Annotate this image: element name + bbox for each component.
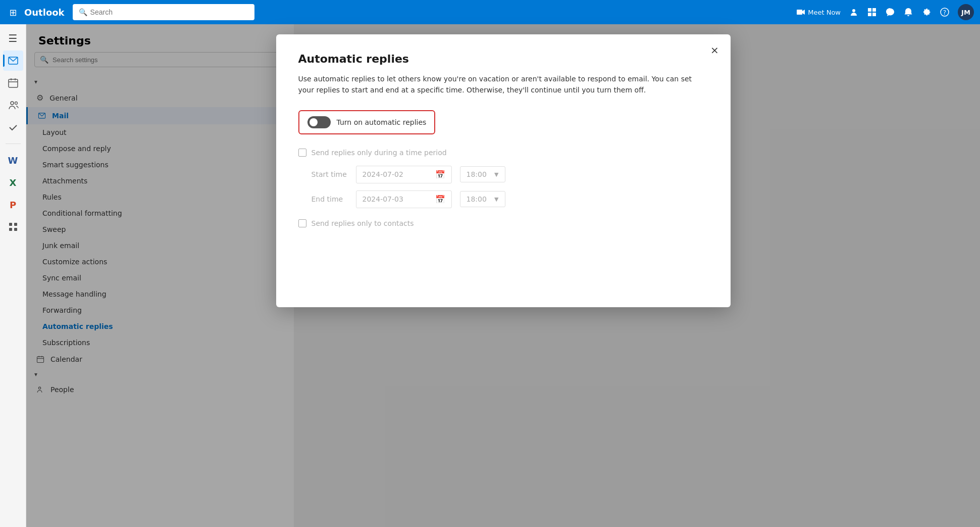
meet-now-button[interactable]: Meet Now	[796, 7, 841, 17]
people-icon-tb[interactable]	[849, 7, 859, 17]
grid-icon[interactable]	[867, 7, 877, 17]
dialog-backdrop: × Automatic replies Use automatic replie…	[26, 24, 980, 527]
svg-rect-18	[9, 228, 12, 231]
automatic-replies-dialog: × Automatic replies Use automatic replie…	[276, 34, 731, 307]
titlebar-actions: Meet Now ? JM	[796, 4, 974, 20]
dialog-close-button[interactable]: ×	[706, 41, 724, 59]
end-time-label: End time	[312, 195, 348, 203]
toggle-label: Turn on automatic replies	[337, 118, 427, 126]
dialog-title: Automatic replies	[298, 53, 708, 65]
end-time-select[interactable]: 18:00 ▼	[460, 191, 505, 207]
end-time-row: End time 2024-07-03 📅 18:00 ▼	[312, 190, 708, 208]
start-time-label: Start time	[312, 170, 348, 178]
left-sidebar: ☰ W X P	[0, 24, 26, 527]
calendar-icon-end: 📅	[435, 195, 445, 204]
svg-point-14	[11, 102, 14, 105]
svg-marker-1	[802, 10, 805, 15]
time-period-checkbox[interactable]	[298, 149, 306, 157]
notifications-icon[interactable]	[903, 7, 913, 17]
sidebar-icon-word[interactable]: W	[3, 150, 23, 170]
feedback-icon[interactable]	[885, 7, 895, 17]
start-time-select[interactable]: 18:00 ▼	[460, 166, 505, 182]
svg-rect-4	[872, 8, 876, 12]
toggle-knob	[310, 118, 318, 126]
sidebar-icon-mail[interactable]	[3, 51, 23, 71]
search-bar[interactable]: 🔍	[73, 4, 254, 20]
contacts-checkbox[interactable]	[298, 219, 306, 227]
svg-rect-3	[868, 8, 871, 12]
help-icon[interactable]: ?	[940, 7, 950, 17]
end-time-value: 18:00	[467, 195, 487, 203]
automatic-replies-toggle[interactable]	[307, 116, 331, 128]
app-logo: Outlook	[24, 7, 65, 18]
time-period-label: Send replies only during a time period	[312, 149, 447, 157]
svg-point-15	[15, 102, 17, 105]
dialog-description: Use automatic replies to let others know…	[298, 73, 708, 96]
svg-rect-6	[872, 13, 876, 16]
titlebar: ⊞ Outlook 🔍 Meet Now ? JM	[0, 0, 980, 24]
start-time-value: 18:00	[467, 170, 487, 178]
avatar[interactable]: JM	[958, 4, 974, 20]
sidebar-icon-powerpoint[interactable]: P	[3, 195, 23, 215]
settings-icon[interactable]	[921, 7, 932, 17]
meet-now-label: Meet Now	[808, 9, 841, 16]
svg-rect-17	[14, 223, 17, 226]
svg-text:?: ?	[943, 9, 946, 16]
chevron-down-end: ▼	[494, 196, 498, 203]
sidebar-icon-apps[interactable]	[3, 217, 23, 237]
svg-rect-19	[14, 228, 17, 231]
svg-rect-0	[797, 10, 802, 15]
sidebar-icon-tasks[interactable]	[3, 117, 23, 137]
end-date-input[interactable]: 2024-07-03 📅	[356, 190, 452, 208]
calendar-icon-start: 📅	[435, 170, 445, 179]
chevron-down-start: ▼	[494, 171, 498, 178]
time-period-row: Send replies only during a time period	[298, 149, 708, 157]
svg-rect-16	[9, 223, 12, 226]
svg-point-2	[852, 9, 855, 12]
sidebar-icon-calendar[interactable]	[3, 73, 23, 93]
sidebar-icon-people[interactable]	[3, 95, 23, 115]
search-input[interactable]	[90, 8, 248, 16]
search-icon: 🔍	[79, 8, 87, 16]
end-date-value: 2024-07-03	[363, 195, 403, 203]
start-date-value: 2024-07-02	[363, 170, 403, 178]
contacts-label: Send replies only to contacts	[312, 219, 414, 227]
toggle-container: Turn on automatic replies	[298, 110, 436, 134]
contacts-row: Send replies only to contacts	[298, 219, 708, 227]
svg-rect-10	[9, 79, 18, 87]
start-time-row: Start time 2024-07-02 📅 18:00 ▼	[312, 166, 708, 183]
waffle-icon[interactable]: ⊞	[6, 5, 20, 19]
sidebar-icon-excel[interactable]: X	[3, 172, 23, 193]
sidebar-icon-menu[interactable]: ☰	[3, 28, 23, 49]
start-date-input[interactable]: 2024-07-02 📅	[356, 166, 452, 183]
svg-rect-5	[868, 13, 871, 16]
